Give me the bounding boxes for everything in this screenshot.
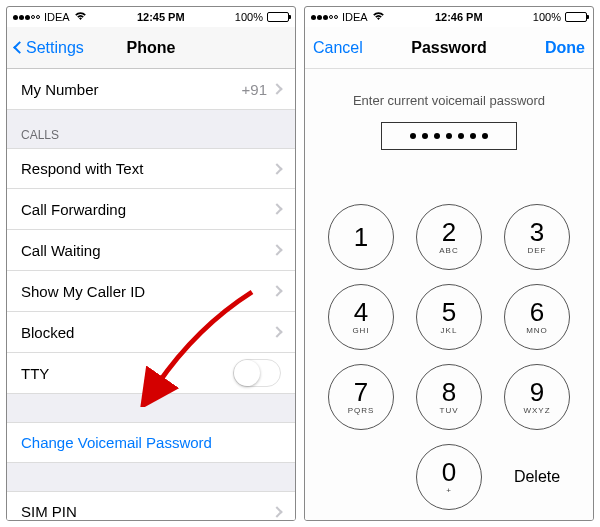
status-bar: IDEA 12:45 PM 100%	[7, 7, 295, 27]
cell-label: Call Forwarding	[21, 201, 273, 218]
call-waiting-cell[interactable]: Call Waiting	[7, 230, 295, 271]
chevron-right-icon	[271, 285, 282, 296]
chevron-right-icon	[271, 244, 282, 255]
settings-list: My Number +91 CALLS Respond with Text Ca…	[7, 69, 295, 520]
done-button[interactable]: Done	[505, 39, 585, 57]
key-8[interactable]: 8TUV	[416, 364, 482, 430]
clock-label: 12:45 PM	[137, 11, 185, 23]
blocked-cell[interactable]: Blocked	[7, 312, 295, 353]
chevron-right-icon	[271, 83, 282, 94]
clock-label: 12:46 PM	[435, 11, 483, 23]
battery-icon	[565, 12, 587, 22]
chevron-right-icon	[271, 203, 282, 214]
back-label: Settings	[26, 39, 84, 57]
key-5[interactable]: 5JKL	[416, 284, 482, 350]
cell-label: SIM PIN	[21, 503, 273, 520]
tty-toggle[interactable]	[233, 359, 281, 387]
chevron-right-icon	[271, 326, 282, 337]
password-body: Enter current voicemail password 1 2ABC …	[305, 69, 593, 520]
status-bar: IDEA 12:46 PM 100%	[305, 7, 593, 27]
cell-label: TTY	[21, 365, 233, 382]
key-9[interactable]: 9WXYZ	[504, 364, 570, 430]
phone-password-screen: IDEA 12:46 PM 100% Cancel Password Done …	[304, 6, 594, 521]
key-delete[interactable]: Delete	[504, 444, 570, 510]
sim-pin-cell[interactable]: SIM PIN	[7, 491, 295, 520]
password-prompt: Enter current voicemail password	[353, 93, 545, 108]
key-3[interactable]: 3DEF	[504, 204, 570, 270]
change-voicemail-password-cell[interactable]: Change Voicemail Password	[7, 422, 295, 463]
back-button[interactable]: Settings	[15, 39, 95, 57]
signal-dots-icon	[13, 15, 40, 20]
cancel-button[interactable]: Cancel	[313, 39, 393, 57]
battery-icon	[267, 12, 289, 22]
carrier-label: IDEA	[44, 11, 70, 23]
numeric-keypad: 1 2ABC 3DEF 4GHI 5JKL 6MNO 7PQRS 8TUV 9W…	[324, 204, 574, 516]
show-my-caller-id-cell[interactable]: Show My Caller ID	[7, 271, 295, 312]
key-1[interactable]: 1	[328, 204, 394, 270]
cell-label: My Number	[21, 81, 242, 98]
phone-settings-screen: IDEA 12:45 PM 100% Settings Phone My Num…	[6, 6, 296, 521]
page-title: Password	[411, 39, 487, 57]
done-label: Done	[545, 39, 585, 57]
battery-pct-label: 100%	[235, 11, 263, 23]
wifi-icon	[74, 11, 87, 23]
wifi-icon	[372, 11, 385, 23]
cell-label: Show My Caller ID	[21, 283, 273, 300]
cancel-label: Cancel	[313, 39, 363, 57]
key-7[interactable]: 7PQRS	[328, 364, 394, 430]
chevron-right-icon	[271, 163, 282, 174]
key-0[interactable]: 0+	[416, 444, 482, 510]
cell-label: Call Waiting	[21, 242, 273, 259]
respond-with-text-cell[interactable]: Respond with Text	[7, 148, 295, 189]
password-input[interactable]	[381, 122, 517, 150]
cell-label: Change Voicemail Password	[21, 434, 281, 451]
call-forwarding-cell[interactable]: Call Forwarding	[7, 189, 295, 230]
nav-bar: Settings Phone	[7, 27, 295, 69]
battery-pct-label: 100%	[533, 11, 561, 23]
key-2[interactable]: 2ABC	[416, 204, 482, 270]
cell-label: Blocked	[21, 324, 273, 341]
page-title: Phone	[127, 39, 176, 57]
calls-header: CALLS	[7, 110, 295, 148]
key-6[interactable]: 6MNO	[504, 284, 570, 350]
key-4[interactable]: 4GHI	[328, 284, 394, 350]
chevron-left-icon	[13, 41, 26, 54]
tty-cell[interactable]: TTY	[7, 353, 295, 394]
carrier-label: IDEA	[342, 11, 368, 23]
cell-label: Respond with Text	[21, 160, 273, 177]
signal-dots-icon	[311, 15, 338, 20]
chevron-right-icon	[271, 506, 282, 517]
my-number-cell[interactable]: My Number +91	[7, 69, 295, 110]
key-empty	[328, 444, 394, 510]
nav-bar: Cancel Password Done	[305, 27, 593, 69]
my-number-value: +91	[242, 81, 267, 98]
